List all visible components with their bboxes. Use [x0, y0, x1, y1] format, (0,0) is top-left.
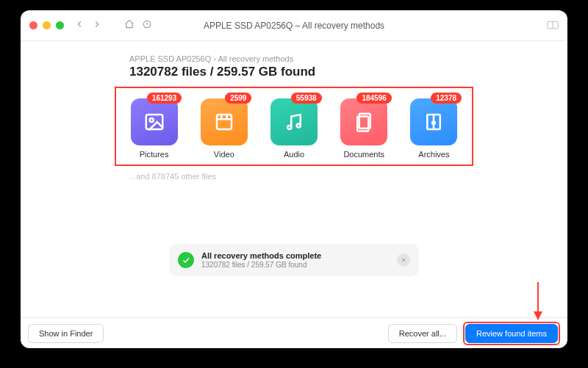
forward-button[interactable]	[92, 19, 102, 32]
category-label: Documents	[329, 150, 399, 159]
results-headline: 1320782 files / 259.57 GB found	[129, 65, 553, 79]
category-tile-documents[interactable]: 184596 Documents	[329, 93, 399, 159]
film-icon	[201, 98, 248, 145]
minimize-window-button[interactable]	[43, 21, 51, 29]
back-button[interactable]	[74, 19, 85, 32]
category-tile-pictures[interactable]: 161293 Pictures	[119, 93, 189, 159]
svg-point-10	[297, 124, 301, 128]
review-button-highlight: Review found items	[463, 322, 560, 345]
toolbar-nav	[74, 19, 152, 32]
status-title: All recovery methods complete	[201, 251, 321, 260]
recover-all-button[interactable]: Recover all...	[388, 324, 457, 343]
category-tiles-highlight: 161293 Pictures 2599 Video 55938	[115, 87, 473, 166]
archive-icon	[410, 98, 457, 145]
music-icon	[270, 98, 318, 145]
category-label: Video	[189, 150, 259, 159]
review-found-items-button[interactable]: Review found items	[465, 324, 558, 343]
badge-count: 161293	[147, 93, 182, 104]
breadcrumb: APPLE SSD AP0256Q › All recovery methods	[129, 54, 553, 63]
layout-toggle-button[interactable]	[547, 19, 559, 32]
show-in-finder-button[interactable]: Show in Finder	[28, 324, 104, 343]
badge-count: 55938	[291, 93, 322, 104]
category-tile-archives[interactable]: 12378 Archives	[399, 93, 469, 159]
window-controls	[29, 21, 64, 29]
badge-count: 12378	[431, 93, 462, 104]
image-icon	[131, 98, 178, 145]
fullscreen-window-button[interactable]	[56, 21, 64, 29]
footer-bar: Show in Finder Recover all... Review fou…	[21, 317, 567, 348]
close-window-button[interactable]	[29, 21, 37, 29]
category-tile-video[interactable]: 2599 Video	[189, 93, 259, 159]
badge-count: 2599	[225, 93, 251, 104]
category-label: Archives	[399, 150, 469, 159]
status-text: All recovery methods complete 1320782 fi…	[201, 251, 321, 269]
titlebar: APPLE SSD AP0256Q – All recovery methods	[21, 10, 567, 41]
document-icon	[340, 98, 387, 145]
category-tile-audio[interactable]: 55938 Audio	[259, 93, 329, 159]
svg-rect-3	[146, 115, 162, 129]
dismiss-toast-button[interactable]	[397, 253, 410, 267]
home-button[interactable]	[124, 19, 135, 32]
svg-point-4	[149, 118, 153, 122]
svg-point-9	[287, 126, 291, 129]
status-toast: All recovery methods complete 1320782 fi…	[169, 244, 419, 276]
app-window: APPLE SSD AP0256Q – All recovery methods…	[21, 10, 567, 348]
status-subtitle: 1320782 files / 259.57 GB found	[201, 261, 321, 269]
refresh-button[interactable]	[142, 19, 152, 32]
category-label: Pictures	[119, 150, 189, 159]
checkmark-icon	[178, 252, 194, 268]
other-files-text: ...and 878745 other files	[129, 172, 553, 181]
main-content: APPLE SSD AP0256Q › All recovery methods…	[21, 41, 567, 317]
svg-rect-5	[217, 115, 232, 129]
badge-count: 184596	[356, 93, 391, 104]
category-label: Audio	[259, 150, 329, 159]
